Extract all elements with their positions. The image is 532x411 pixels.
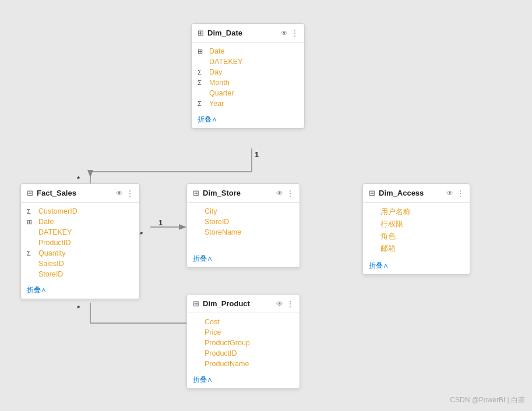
conn-label-1-date: 1 xyxy=(255,150,259,159)
field-product-cost: Cost xyxy=(187,317,300,327)
fact-sales-body: Σ CustomerID ⊞ Date DATEKEY ProductID Σ … xyxy=(21,203,139,283)
fact-sales-actions: 👁 ⋮ xyxy=(116,189,133,197)
more-icon-dim-date[interactable]: ⋮ xyxy=(291,29,298,37)
more-icon-dim-product[interactable]: ⋮ xyxy=(287,300,294,308)
sigma-icon-3: Σ xyxy=(198,100,206,107)
dim-date-body: ⊞ Date DATEKEY Σ Day Σ Month Quarter Σ Y xyxy=(192,42,304,112)
dim-access-actions: 👁 ⋮ xyxy=(446,189,464,197)
eye-icon-dim-product[interactable]: 👁 xyxy=(276,300,283,308)
dim-product-title: Dim_Product xyxy=(203,299,273,308)
fact-sales-header: ⊞ Fact_Sales 👁 ⋮ xyxy=(21,184,139,203)
field-date-year: Σ Year xyxy=(192,98,304,109)
table-dim-access: ⊞ Dim_Access 👁 ⋮ 用户名称 行权限 角色 邮箱 xyxy=(362,183,470,275)
field-product-productgroup: ProductGroup xyxy=(187,338,300,348)
field-date-quarter: Quarter xyxy=(192,88,304,98)
field-sales-storeid: StoreID xyxy=(21,269,139,279)
dim-date-header: ⊞ Dim_Date 👁 ⋮ xyxy=(192,24,304,42)
table-icon-fact-sales: ⊞ xyxy=(27,189,33,197)
conn-label-star-fact-bottom: * xyxy=(77,304,80,313)
dim-store-header: ⊞ Dim_Store 👁 ⋮ xyxy=(187,184,300,203)
dim-access-title: Dim_Access xyxy=(379,189,443,197)
more-icon-fact-sales[interactable]: ⋮ xyxy=(126,189,133,197)
dim-product-actions: 👁 ⋮ xyxy=(276,300,294,308)
more-icon-dim-store[interactable]: ⋮ xyxy=(287,189,294,197)
sigma-icon-4: Σ xyxy=(27,208,35,215)
dim-access-header: ⊞ Dim_Access 👁 ⋮ xyxy=(363,184,470,203)
field-access-role: 角色 xyxy=(363,231,470,243)
watermark: CSDN @PowerBI | 白茶 xyxy=(450,395,525,405)
dim-date-collapse[interactable]: 折叠∧ xyxy=(192,112,304,128)
field-sales-customerid: Σ CustomerID xyxy=(21,206,139,217)
calendar-icon-2: ⊞ xyxy=(27,218,35,226)
table-icon-dim-access: ⊞ xyxy=(369,189,375,197)
field-sales-datekey: DATEKEY xyxy=(21,227,139,238)
dim-store-body: City StoreID StoreName xyxy=(187,203,300,251)
table-icon-dim-product: ⊞ xyxy=(193,299,199,308)
table-dim-product: ⊞ Dim_Product 👁 ⋮ Cost Price ProductGrou… xyxy=(186,294,300,389)
dim-date-actions: 👁 ⋮ xyxy=(281,29,298,37)
table-icon-dim-store: ⊞ xyxy=(193,189,199,197)
field-sales-productid: ProductID xyxy=(21,238,139,248)
table-fact-sales: ⊞ Fact_Sales 👁 ⋮ Σ CustomerID ⊞ Date DAT… xyxy=(20,183,140,299)
fact-sales-collapse[interactable]: 折叠∧ xyxy=(21,283,139,299)
calendar-icon: ⊞ xyxy=(198,48,206,55)
eye-icon-dim-access[interactable]: 👁 xyxy=(446,189,453,197)
field-sales-quantity: Σ Quantity xyxy=(21,248,139,258)
conn-label-star-fact-top: * xyxy=(77,175,80,183)
field-store-city: City xyxy=(187,206,300,217)
sigma-icon-5: Σ xyxy=(27,250,35,257)
conn-label-1-store: 1 xyxy=(158,218,163,227)
dim-store-title: Dim_Store xyxy=(203,189,273,197)
table-dim-store: ⊞ Dim_Store 👁 ⋮ City StoreID StoreName 折… xyxy=(186,183,300,268)
field-sales-date: ⊞ Date xyxy=(21,217,139,227)
field-product-productid: ProductID xyxy=(187,348,300,359)
dim-date-title: Dim_Date xyxy=(207,29,277,37)
fact-sales-title: Fact_Sales xyxy=(37,189,112,197)
field-store-storeid: StoreID xyxy=(187,217,300,227)
dim-access-collapse[interactable]: 折叠∧ xyxy=(363,258,470,274)
dim-access-body: 用户名称 行权限 角色 邮箱 xyxy=(363,203,470,258)
sigma-icon-2: Σ xyxy=(198,79,206,86)
eye-icon-dim-date[interactable]: 👁 xyxy=(281,29,288,37)
table-dim-date: ⊞ Dim_Date 👁 ⋮ ⊞ Date DATEKEY Σ Day Σ M xyxy=(191,23,305,129)
field-access-username: 用户名称 xyxy=(363,206,470,218)
field-product-productname: ProductName xyxy=(187,359,300,369)
field-date-month: Σ Month xyxy=(192,77,304,88)
dim-store-actions: 👁 ⋮ xyxy=(276,189,294,197)
eye-icon-dim-store[interactable]: 👁 xyxy=(276,189,283,197)
dim-store-collapse[interactable]: 折叠∧ xyxy=(187,251,300,267)
field-access-rowperm: 行权限 xyxy=(363,218,470,231)
conn-label-star-fact-right: * xyxy=(140,230,143,239)
field-sales-salesid: SalesID xyxy=(21,258,139,269)
dim-product-header: ⊞ Dim_Product 👁 ⋮ xyxy=(187,295,300,313)
sigma-icon-1: Σ xyxy=(198,69,206,76)
svg-marker-5 xyxy=(179,224,186,230)
field-date-date: ⊞ Date xyxy=(192,46,304,56)
field-date-day: Σ Day xyxy=(192,67,304,77)
eye-icon-fact-sales[interactable]: 👁 xyxy=(116,189,123,197)
table-icon-dim-date: ⊞ xyxy=(198,29,204,37)
field-store-storename: StoreName xyxy=(187,227,300,238)
field-access-email: 邮箱 xyxy=(363,243,470,255)
svg-marker-3 xyxy=(87,170,93,178)
diagram-canvas: 1 * 1 * * 1 ⊞ Dim_Date 👁 ⋮ ⊞ Date DATEKE… xyxy=(0,0,532,411)
more-icon-dim-access[interactable]: ⋮ xyxy=(457,189,464,197)
dim-product-collapse[interactable]: 折叠∧ xyxy=(187,373,300,388)
dim-product-body: Cost Price ProductGroup ProductID Produc… xyxy=(187,313,300,373)
field-product-price: Price xyxy=(187,327,300,338)
field-date-datekey: DATEKEY xyxy=(192,56,304,67)
